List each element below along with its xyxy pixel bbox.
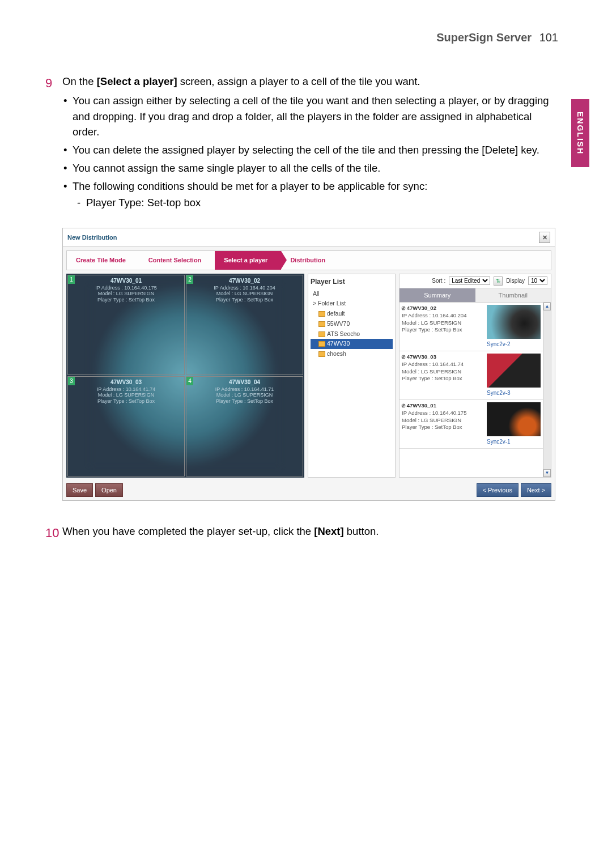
step9-sub: Player Type: Set-top box — [73, 195, 558, 211]
tile-cell-1[interactable]: 1 47WV30_01 IP Address : 10.164.40.175 M… — [67, 275, 185, 375]
result-pane: Sort : Last Edited ⇅ Display 10 Summary … — [399, 274, 551, 478]
tile-cell-4[interactable]: 4 47WV30_04 IP Address : 10.164.41.71 Mo… — [186, 376, 303, 476]
step-body: When you have completed the player set-u… — [62, 524, 558, 542]
result-toolbar: Sort : Last Edited ⇅ Display 10 — [400, 274, 551, 288]
dialog-footer: Save Open < Previous Next > — [63, 481, 555, 501]
wizard-step-distribution[interactable]: Distribution — [281, 251, 339, 270]
step9-bullet-2: You can delete the assigned player by se… — [62, 142, 558, 158]
step10-lead-before: When you have completed the player set-u… — [62, 525, 314, 537]
page-header: SuperSign Server 101 — [436, 31, 558, 44]
tree-item-default[interactable]: default — [311, 309, 393, 319]
next-button[interactable]: Next > — [521, 483, 551, 497]
tree-item-47wv30[interactable]: 47WV30 — [311, 339, 393, 349]
previous-button[interactable]: < Previous — [477, 483, 518, 497]
screenshot: New Distribution ✕ Create Tile Mode Cont… — [62, 228, 555, 501]
wizard-step-content[interactable]: Content Selection — [139, 251, 215, 270]
save-button[interactable]: Save — [66, 483, 93, 497]
tile-cell-2[interactable]: 2 47WV30_02 IP Address : 10.164.40.204 M… — [186, 275, 303, 375]
result-row[interactable]: 47WV30_02 IP Address : 10.164.40.204 Mod… — [400, 303, 543, 351]
scrollbar[interactable]: ▲ ▼ — [543, 303, 551, 477]
tab-thumbnail[interactable]: Thumbnail — [475, 288, 551, 303]
step-number: 9 — [45, 74, 62, 518]
step10-lead-after: button. — [344, 525, 379, 537]
step9-sub-1: Player Type: Set-top box — [73, 195, 558, 211]
thumbnail-caption: Sync2v-3 — [487, 389, 541, 397]
header-title: SuperSign Server — [436, 31, 532, 44]
language-tab: ENGLISH — [571, 99, 589, 167]
dialog-body: 1 47WV30_01 IP Address : 10.164.40.175 M… — [63, 274, 555, 481]
tile-grid[interactable]: 1 47WV30_01 IP Address : 10.164.40.175 M… — [66, 274, 304, 478]
thumbnail-image — [487, 305, 541, 339]
result-row[interactable]: 47WV30_03 IP Address : 10.164.41.74 Mode… — [400, 351, 543, 400]
player-list-panel: Player List All > Folder List default 55… — [308, 274, 396, 478]
thumbnail-caption: Sync2v-1 — [487, 437, 541, 446]
player-list-title: Player List — [311, 276, 393, 287]
scroll-up-icon[interactable]: ▲ — [543, 303, 551, 310]
result-row[interactable]: 47WV30_01 IP Address : 10.164.40.175 Mod… — [400, 400, 543, 449]
step-9: 9 On the [Select a player] screen, assig… — [45, 74, 558, 518]
tree-folderlist[interactable]: > Folder List — [311, 299, 393, 309]
thumbnail-image — [487, 402, 541, 436]
scroll-down-icon[interactable]: ▼ — [543, 469, 551, 477]
display-label: Display — [506, 276, 525, 285]
tree-item-choesh[interactable]: choesh — [311, 349, 393, 359]
tab-summary[interactable]: Summary — [400, 288, 475, 303]
step9-lead-bold: [Select a player] — [97, 75, 177, 87]
thumbnail-image — [487, 354, 541, 388]
content-area: 9 On the [Select a player] screen, assig… — [45, 74, 558, 548]
dialog-titlebar: New Distribution ✕ — [63, 228, 555, 247]
result-tabs: Summary Thumbnail — [400, 288, 551, 303]
tree-item-55wv70[interactable]: 55WV70 — [311, 319, 393, 329]
wizard-step-player[interactable]: Select a player — [215, 251, 281, 270]
dialog-title: New Distribution — [67, 233, 117, 242]
step-number: 10 — [45, 524, 62, 542]
step9-bullets: You can assign either by selecting a cel… — [62, 93, 558, 211]
step9-bullet-4: The following conditions should be met f… — [62, 178, 558, 211]
step9-bullet-1: You can assign either by selecting a cel… — [62, 93, 558, 140]
sort-label: Sort : — [432, 276, 445, 285]
close-icon[interactable]: ✕ — [539, 232, 550, 243]
step10-lead-bold: [Next] — [314, 525, 343, 537]
open-button[interactable]: Open — [95, 483, 123, 497]
wizard-step-create[interactable]: Create Tile Mode — [67, 251, 139, 270]
tree-all[interactable]: All — [311, 289, 393, 299]
tree-item-atsseocho[interactable]: ATS Seocho — [311, 329, 393, 339]
wizard-steps: Create Tile Mode Content Selection Selec… — [66, 250, 551, 270]
tile-cell-3[interactable]: 3 47WV30_03 IP Address : 10.164.41.74 Mo… — [67, 376, 185, 476]
step-body: On the [Select a player] screen, assign … — [62, 74, 558, 518]
page-number: 101 — [539, 31, 558, 44]
player-tree: All > Folder List default 55WV70 ATS Seo… — [311, 289, 393, 359]
step9-lead-before: On the — [62, 75, 97, 87]
step9-bullet-3: You cannot assign the same single player… — [62, 160, 558, 176]
thumbnail-caption: Sync2v-2 — [487, 340, 541, 348]
step-10: 10 When you have completed the player se… — [45, 524, 558, 542]
sort-select[interactable]: Last Edited — [449, 276, 490, 285]
step9-lead-after: screen, assign a player to a cell of the… — [177, 75, 420, 87]
sort-order-icon[interactable]: ⇅ — [494, 276, 503, 286]
display-select[interactable]: 10 — [528, 276, 547, 285]
result-list: 47WV30_02 IP Address : 10.164.40.204 Mod… — [400, 303, 551, 477]
